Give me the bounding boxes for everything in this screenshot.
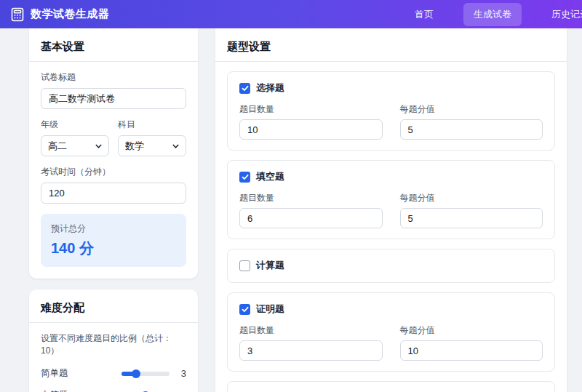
question-type-box: 计算题 xyxy=(227,249,555,283)
left-column: 基本设置 试卷标题 年级 高二 科目 数学 xyxy=(29,28,198,392)
question-type-toggle[interactable]: 填空题 xyxy=(239,170,543,183)
nav-item-1[interactable]: 首页 xyxy=(404,3,444,26)
question-type-settings: 题目数量 每题分值 xyxy=(239,324,543,361)
difficulty-slider-row: 简单题 3 xyxy=(41,367,186,380)
grade-label: 年级 xyxy=(41,119,109,131)
question-type-settings: 题目数量 每题分值 xyxy=(239,103,543,140)
question-type-box: 填空题 题目数量 每题分值 xyxy=(227,160,555,239)
question-types-list: 选择题 题目数量 每题分值 填空题 题目数量 每题分值 xyxy=(227,71,555,392)
grade-select-value: 高二 xyxy=(48,140,67,153)
difficulty-slider-label: 简单题 xyxy=(41,367,83,380)
question-type-box: 应用题 题目数量 每题分值 xyxy=(227,381,555,392)
basic-settings-title: 基本设置 xyxy=(41,36,186,61)
difficulty-sliders: 简单题 3 中等题 5 困难题 2 xyxy=(41,367,186,392)
count-input[interactable] xyxy=(239,340,383,361)
brand: 数学试卷生成器 xyxy=(10,7,110,22)
duration-label: 考试时间（分钟） xyxy=(41,166,186,178)
difficulty-slider[interactable] xyxy=(121,372,170,376)
main-content: 基本设置 试卷标题 年级 高二 科目 数学 xyxy=(0,28,582,392)
score-input[interactable] xyxy=(400,340,543,361)
question-type-label: 选择题 xyxy=(256,81,284,95)
difficulty-slider-label: 中等题 xyxy=(41,389,83,392)
app-title: 数学试卷生成器 xyxy=(31,7,110,21)
question-types-card: 题型设置 选择题 题目数量 每题分值 填空题 题目数量 xyxy=(215,28,567,392)
score-field: 每题分值 xyxy=(400,192,543,228)
nav-item-2[interactable]: 生成试卷 xyxy=(463,3,522,26)
difficulty-card: 难度分配 设置不同难度题目的比例（总计：10） 简单题 3 中等题 5 困难题 … xyxy=(29,289,198,392)
header-nav: 首页生成试卷历史记录 xyxy=(404,3,582,26)
difficulty-description: 设置不同难度题目的比例（总计：10） xyxy=(41,332,186,357)
duration-field: 考试时间（分钟） xyxy=(41,166,186,204)
difficulty-title: 难度分配 xyxy=(41,297,186,322)
score-label: 每题分值 xyxy=(400,192,543,204)
subject-field: 科目 数学 xyxy=(118,119,186,156)
difficulty-slider-value: 3 xyxy=(176,368,186,379)
question-type-checkbox[interactable] xyxy=(239,83,250,94)
count-field: 题目数量 xyxy=(239,103,383,140)
question-type-label: 计算题 xyxy=(256,259,284,272)
count-label: 题目数量 xyxy=(239,324,383,337)
chevron-down-icon xyxy=(95,144,102,148)
subject-select-value: 数学 xyxy=(125,140,144,153)
subject-select[interactable]: 数学 xyxy=(118,135,186,156)
slider-thumb[interactable] xyxy=(132,369,140,378)
paper-title-input[interactable] xyxy=(41,88,186,109)
basic-settings-card: 基本设置 试卷标题 年级 高二 科目 数学 xyxy=(29,28,198,279)
total-score-value: 140 分 xyxy=(51,239,176,258)
right-column: 题型设置 选择题 题目数量 每题分值 填空题 题目数量 xyxy=(215,28,567,392)
subject-label: 科目 xyxy=(118,119,186,131)
question-type-checkbox[interactable] xyxy=(239,172,250,183)
nav-item-3[interactable]: 历史记录 xyxy=(541,3,582,26)
divider xyxy=(29,61,198,62)
score-label: 每题分值 xyxy=(400,324,543,337)
count-input[interactable] xyxy=(239,119,383,140)
score-field: 每题分值 xyxy=(400,324,543,361)
difficulty-slider-row: 中等题 5 xyxy=(41,389,186,392)
question-type-label: 填空题 xyxy=(256,170,284,183)
grade-select[interactable]: 高二 xyxy=(41,135,109,156)
total-score-label: 预计总分 xyxy=(51,223,176,235)
calculator-icon xyxy=(10,7,25,22)
question-type-checkbox[interactable] xyxy=(239,260,250,271)
score-input[interactable] xyxy=(400,119,543,140)
score-label: 每题分值 xyxy=(400,103,543,116)
paper-title-field: 试卷标题 xyxy=(41,71,186,109)
app-header: 数学试卷生成器 首页生成试卷历史记录 xyxy=(0,0,582,28)
divider xyxy=(215,61,567,62)
paper-title-label: 试卷标题 xyxy=(41,71,186,84)
divider xyxy=(29,322,198,323)
count-field: 题目数量 xyxy=(239,324,383,361)
question-type-checkbox[interactable] xyxy=(239,304,250,315)
count-field: 题目数量 xyxy=(239,192,383,228)
duration-input[interactable] xyxy=(41,183,186,204)
count-label: 题目数量 xyxy=(239,103,383,116)
question-type-toggle[interactable]: 证明题 xyxy=(239,303,543,316)
question-type-label: 证明题 xyxy=(256,303,284,316)
question-type-toggle[interactable]: 选择题 xyxy=(239,81,543,95)
question-types-title: 题型设置 xyxy=(227,36,555,61)
question-type-box: 选择题 题目数量 每题分值 xyxy=(227,71,555,151)
score-field: 每题分值 xyxy=(400,103,543,140)
question-type-box: 证明题 题目数量 每题分值 xyxy=(227,292,555,372)
score-input[interactable] xyxy=(400,208,543,228)
grade-field: 年级 高二 xyxy=(41,119,109,156)
question-type-settings: 题目数量 每题分值 xyxy=(239,192,543,228)
total-score-box: 预计总分 140 分 xyxy=(41,214,186,267)
count-label: 题目数量 xyxy=(239,192,383,204)
count-input[interactable] xyxy=(239,208,383,228)
question-type-toggle[interactable]: 计算题 xyxy=(239,259,543,272)
chevron-down-icon xyxy=(172,144,179,148)
